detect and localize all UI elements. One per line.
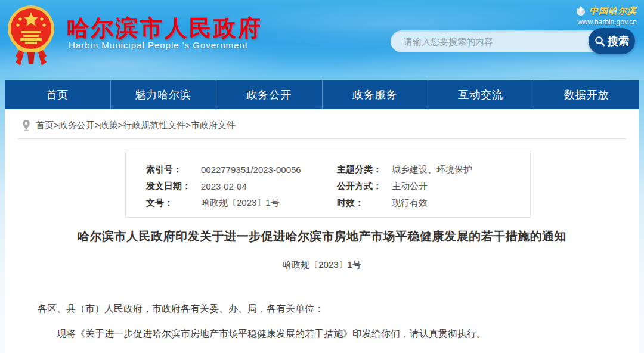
breadcrumb-text[interactable]: 首页>政务公开>政策>行政规范性文件>市政府文件 xyxy=(36,120,236,131)
header-sky-banner: 哈尔滨市人民政府 Harbin Municipal People 's Gove… xyxy=(0,0,644,80)
article-paragraph: 各区、县（市）人民政府，市政府各有关委、办、局，各有关单位： xyxy=(38,301,610,317)
search-button-label: 搜索 xyxy=(608,34,629,48)
meta-label: 时效： xyxy=(337,197,392,209)
nav-item-interaction[interactable]: 互动交流 xyxy=(428,80,534,109)
location-pin-icon xyxy=(21,119,31,131)
meta-row-publicity-method: 公开方式： 主动公开 xyxy=(337,178,516,194)
main-nav: 首页 魅力哈尔滨 政务公开 政务服务 互动交流 数据开放 xyxy=(5,80,639,109)
document-meta-table: 索引号： 0022779351/2023-00056 发文日期： 2023-02… xyxy=(125,151,531,218)
meta-value: 0022779351/2023-00056 xyxy=(201,165,301,175)
meta-row-validity: 时效： 现行有效 xyxy=(337,194,516,211)
article-title: 哈尔滨市人民政府印发关于进一步促进哈尔滨市房地产市场平稳健康发展的若干措施的通知 xyxy=(5,228,639,244)
meta-value: 2023-02-04 xyxy=(201,181,247,191)
search-bar: 搜索 xyxy=(391,28,635,54)
site-url: www.harbin.gov.cn xyxy=(559,18,637,26)
nav-item-charming-harbin[interactable]: 魅力哈尔滨 xyxy=(111,80,217,109)
brand-right-block: 中国哈尔滨 www.harbin.gov.cn xyxy=(559,5,637,26)
brand-name: 中国哈尔滨 xyxy=(589,5,637,17)
search-button[interactable]: 搜索 xyxy=(589,28,635,54)
site-title: 哈尔滨市人民政府 xyxy=(67,13,262,44)
meta-label: 发文日期： xyxy=(146,181,201,192)
meta-value: 主动公开 xyxy=(392,181,428,192)
meta-label: 文号： xyxy=(146,197,201,209)
site-title-english: Harbin Municipal People 's Government xyxy=(69,40,248,50)
meta-row-doc-number: 文号： 哈政规〔2023〕1号 xyxy=(146,194,337,211)
breadcrumb: 首页>政务公开>政策>行政规范性文件>市政府文件 xyxy=(21,119,236,131)
nav-item-gov-services[interactable]: 政务服务 xyxy=(323,80,429,109)
article-paragraph: 现将《关于进一步促进哈尔滨市房地产市场平稳健康发展的若干措施》印发给你们，请认真… xyxy=(38,326,610,342)
meta-row-issue-date: 发文日期： 2023-02-04 xyxy=(146,178,337,194)
article-doc-number: 哈政规〔2023〕1号 xyxy=(5,259,639,271)
nav-item-open-data[interactable]: 数据开放 xyxy=(534,80,640,109)
meta-value: 城乡建设、环境保护 xyxy=(392,164,472,175)
breadcrumb-divider xyxy=(18,138,626,139)
meta-row-index-number: 索引号： 0022779351/2023-00056 xyxy=(146,161,337,178)
lilac-flower-icon xyxy=(575,5,587,17)
meta-column-right: 主题分类： 城乡建设、环境保护 公开方式： 主动公开 时效： 现行有效 xyxy=(337,161,516,217)
national-emblem-icon xyxy=(7,2,55,69)
meta-label: 主题分类： xyxy=(337,164,392,175)
meta-value: 现行有效 xyxy=(392,197,428,209)
meta-value: 哈政规〔2023〕1号 xyxy=(201,197,280,209)
search-icon xyxy=(595,36,605,47)
content-panel: 首页>政务公开>政策>行政规范性文件>市政府文件 索引号： 0022779351… xyxy=(5,109,639,353)
meta-label: 公开方式： xyxy=(337,181,392,192)
meta-column-left: 索引号： 0022779351/2023-00056 发文日期： 2023-02… xyxy=(146,161,337,217)
article-body: 各区、县（市）人民政府，市政府各有关委、办、局，各有关单位： 现将《关于进一步促… xyxy=(38,301,610,342)
meta-row-topic-category: 主题分类： 城乡建设、环境保护 xyxy=(337,161,516,178)
meta-label: 索引号： xyxy=(146,164,201,175)
nav-item-home[interactable]: 首页 xyxy=(5,80,111,109)
nav-item-gov-info[interactable]: 政务公开 xyxy=(216,80,323,109)
